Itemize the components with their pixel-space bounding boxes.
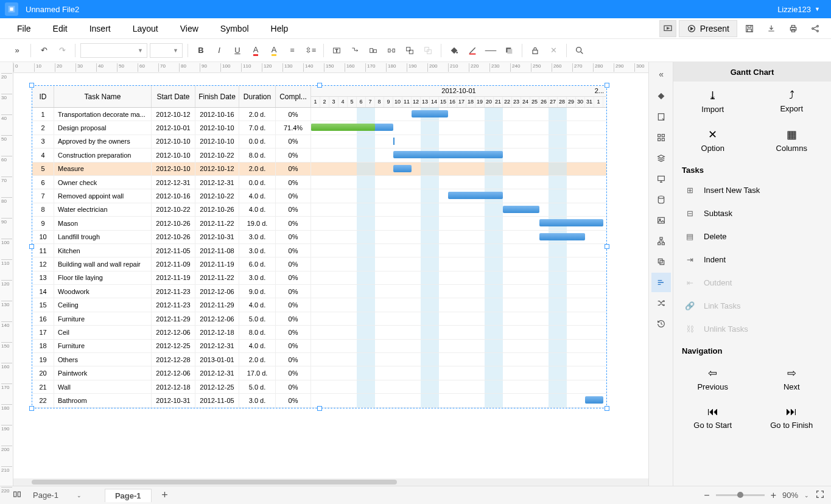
font-size-combo[interactable]: ▼ (150, 43, 183, 58)
resize-handle[interactable] (29, 244, 34, 249)
print-icon[interactable] (784, 21, 803, 37)
align-icon[interactable]: ≡ (284, 43, 300, 58)
font-family-combo[interactable]: ▼ (80, 43, 147, 58)
present-button[interactable]: Present (679, 20, 737, 37)
gantt-row[interactable]: 4Construction preparation2012-10-102012-… (32, 149, 606, 162)
save-icon[interactable] (740, 21, 759, 37)
font-color-icon[interactable]: A (248, 43, 264, 58)
gantt-row[interactable]: 3Approved by the owners2012-10-102012-10… (32, 135, 606, 149)
zoom-level[interactable]: 90% (782, 491, 798, 500)
gantt-row[interactable]: 12Building wall and wall repair2012-11-0… (32, 257, 606, 271)
menu-symbol[interactable]: Symbol (209, 24, 260, 33)
resize-handle[interactable] (317, 83, 322, 88)
connector-icon[interactable] (347, 43, 363, 58)
menu-help[interactable]: Help (260, 24, 300, 33)
delete-button[interactable]: ▤Delete (673, 225, 831, 248)
gantt-row[interactable]: 16Furniture2012-11-292012-12-065.0 d.0% (32, 312, 606, 326)
download-icon[interactable] (762, 21, 781, 37)
gantt-row[interactable]: 11Kitchen2012-11-052012-11-083.0 d.0% (32, 244, 606, 257)
gantt-row[interactable]: 19Others2012-12-282013-01-012.0 d.0% (32, 353, 606, 366)
resize-handle[interactable] (605, 83, 609, 88)
menu-edit[interactable]: Edit (42, 24, 79, 33)
bold-icon[interactable]: B (193, 43, 209, 58)
gantt-row[interactable]: 22Bathroom2012-10-312012-11-053.0 d.0% (32, 394, 606, 407)
insert-new-task-button[interactable]: ⊞Insert New Task (673, 178, 831, 201)
highlight-icon[interactable]: A (266, 43, 282, 58)
menu-view[interactable]: View (169, 24, 209, 33)
option-button[interactable]: ✕Option (673, 121, 752, 159)
add-page-button[interactable]: + (158, 488, 172, 503)
gantt-row[interactable]: 17Ceil2012-12-062012-12-188.0 d.0% (32, 326, 606, 339)
presentation-icon[interactable] (651, 169, 671, 189)
page-selector[interactable]: Page-1⌄ (28, 491, 86, 500)
export-button[interactable]: ⤴Export (752, 82, 832, 121)
app-logo[interactable] (5, 2, 18, 16)
gantt-row[interactable]: 6Owner check2012-12-312012-12-310.0 d.0% (32, 176, 606, 189)
theme-icon[interactable] (651, 86, 671, 106)
previous-button[interactable]: ⇦Previous (673, 359, 752, 398)
align-objects-icon[interactable] (365, 43, 381, 58)
fullscreen-icon[interactable] (815, 489, 825, 501)
layers-panel-icon[interactable] (651, 149, 671, 168)
page-icon[interactable] (651, 107, 671, 127)
import-button[interactable]: ⤓Import (673, 82, 752, 121)
horizontal-scrollbar[interactable] (13, 478, 648, 486)
line-color-icon[interactable] (465, 43, 480, 58)
group-icon[interactable] (402, 43, 418, 58)
shuffle-icon[interactable] (651, 293, 671, 313)
menu-layout[interactable]: Layout (122, 24, 169, 33)
history-icon[interactable] (651, 314, 671, 334)
line-style-icon[interactable]: ── (483, 43, 499, 58)
gantt-row[interactable]: 18Furniture2012-12-252012-12-314.0 d.0% (32, 340, 606, 353)
grid-icon[interactable] (651, 128, 671, 147)
columns-button[interactable]: ▦Columns (752, 121, 832, 159)
fill-icon[interactable] (446, 43, 462, 58)
share-icon[interactable] (805, 21, 825, 37)
menu-file[interactable]: File (6, 24, 42, 33)
shadow-icon[interactable] (501, 43, 517, 58)
gantt-row[interactable]: 1Transportation decorate ma...2012-10-12… (32, 108, 606, 121)
resize-handle[interactable] (29, 406, 34, 411)
gantt-row[interactable]: 5Measure2012-10-102012-10-122.0 d.0% (32, 163, 606, 176)
gantt-row[interactable]: 8Water electrician2012-10-222012-10-264.… (32, 203, 606, 217)
expand-toolbar-icon[interactable]: » (9, 43, 26, 58)
page-tab[interactable]: Page-1 (105, 489, 152, 502)
gantt-row[interactable]: 13Floor tile laying2012-11-192012-11-223… (32, 271, 606, 285)
lock-icon[interactable] (527, 43, 543, 58)
indent-button[interactable]: ⇥Indent (673, 248, 831, 271)
underline-icon[interactable]: U (230, 43, 245, 58)
undo-icon[interactable]: ↶ (36, 43, 52, 58)
italic-icon[interactable]: I (211, 43, 227, 58)
go-to-start-button[interactable]: ⏮Go to Start (673, 398, 752, 437)
slideshow-button[interactable] (659, 20, 676, 37)
line-spacing-icon[interactable]: ⇳≡ (303, 43, 318, 58)
gantt-row[interactable]: 15Ceiling2012-11-232012-11-294.0 d.0% (32, 298, 606, 312)
go-to-finish-button[interactable]: ⏭Go to Finish (752, 398, 832, 437)
image-icon[interactable] (651, 211, 671, 230)
layers-icon[interactable] (420, 43, 436, 58)
settings-icon[interactable]: ✕ (545, 43, 561, 58)
zoom-in-button[interactable]: + (771, 490, 776, 501)
menu-insert[interactable]: Insert (79, 24, 122, 33)
hierarchy-icon[interactable] (651, 231, 671, 251)
gantt-row[interactable]: 10Landfill trough2012-10-262012-10-313.0… (32, 231, 606, 244)
gantt-chart-object[interactable]: ID Task Name Start Date Finish Date Dura… (32, 85, 607, 408)
copy-format-icon[interactable] (651, 252, 671, 271)
zoom-out-button[interactable]: − (704, 490, 709, 501)
resize-handle[interactable] (29, 83, 34, 88)
text-box-icon[interactable]: T (329, 43, 345, 58)
distribute-icon[interactable] (384, 43, 399, 58)
next-button[interactable]: ⇨Next (752, 359, 832, 398)
subtask-button[interactable]: ⊟Subtask (673, 201, 831, 225)
search-icon[interactable] (572, 43, 587, 58)
collapse-panel-icon[interactable]: » (651, 66, 671, 85)
data-icon[interactable] (651, 190, 671, 209)
gantt-row[interactable]: 20Paintwork2012-12-062012-12-3117.0 d.0% (32, 366, 606, 380)
gantt-row[interactable]: 9Mason2012-10-262012-11-2219.0 d.0% (32, 217, 606, 230)
gantt-row[interactable]: 7Removed appoint wall2012-10-162012-10-2… (32, 189, 606, 203)
zoom-slider[interactable] (716, 494, 765, 496)
gantt-row[interactable]: 21Wall2012-12-182012-12-255.0 d.0% (32, 380, 606, 394)
gantt-panel-icon[interactable] (651, 273, 671, 292)
user-menu[interactable]: Lizzie123▼ (771, 5, 826, 14)
gantt-row[interactable]: 2Design proposal2012-10-012012-10-107.0 … (32, 121, 606, 135)
